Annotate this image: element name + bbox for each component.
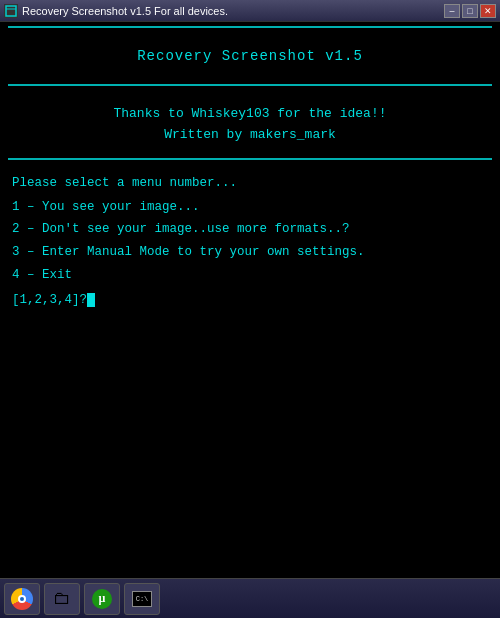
menu-label-3: Enter Manual Mode to try your own settin…	[42, 245, 365, 259]
header-area: Recovery Screenshot v1.5	[8, 36, 492, 76]
cursor	[87, 293, 95, 307]
chrome-inner	[18, 595, 26, 603]
menu-item-3: 3 – Enter Manual Mode to try your own se…	[12, 243, 488, 262]
close-button[interactable]: ✕	[480, 4, 496, 18]
window-controls: – □ ✕	[444, 4, 496, 18]
taskbar: 🗀 µ C:\	[0, 578, 500, 618]
menu-item-1: 1 – You see your image...	[12, 198, 488, 217]
app-icon	[4, 4, 18, 18]
taskbar-cmd[interactable]: C:\	[124, 583, 160, 615]
thanks-area: Thanks to Whiskey103 for the idea!! Writ…	[8, 94, 492, 158]
minimize-button[interactable]: –	[444, 4, 460, 18]
menu-item-4: 4 – Exit	[12, 266, 488, 285]
folder-icon: 🗀	[53, 588, 71, 609]
taskbar-chrome[interactable]	[4, 583, 40, 615]
menu-label-4: Exit	[42, 268, 72, 282]
mid-border	[8, 84, 492, 86]
chrome-icon	[11, 588, 33, 610]
bottom-border	[8, 158, 492, 160]
thanks-line-1: Thanks to Whiskey103 for the idea!!	[8, 104, 492, 125]
menu-key-3: 3 –	[12, 245, 42, 259]
maximize-button[interactable]: □	[462, 4, 478, 18]
menu-prompt: Please select a menu number...	[12, 176, 488, 190]
menu-item-2: 2 – Don't see your image..use more forma…	[12, 220, 488, 239]
svg-rect-0	[6, 6, 16, 16]
menu-key-1: 1 –	[12, 200, 42, 214]
menu-key-2: 2 –	[12, 222, 42, 236]
window-title: Recovery Screenshot v1.5 For all devices…	[22, 5, 228, 17]
terminal-inner: Recovery Screenshot v1.5 Thanks to Whisk…	[0, 22, 500, 578]
header-title: Recovery Screenshot v1.5	[8, 48, 492, 64]
top-border	[8, 26, 492, 28]
taskbar-explorer[interactable]: 🗀	[44, 583, 80, 615]
utorrent-icon: µ	[92, 589, 112, 609]
menu-input-line[interactable]: [1,2,3,4]?	[12, 293, 488, 307]
menu-label-1: You see your image...	[42, 200, 200, 214]
menu-label-2: Don't see your image..use more formats..…	[42, 222, 350, 236]
thanks-line-2: Written by makers_mark	[8, 125, 492, 146]
cmd-icon: C:\	[132, 591, 152, 607]
title-bar: Recovery Screenshot v1.5 For all devices…	[0, 0, 500, 22]
input-prompt: [1,2,3,4]?	[12, 293, 87, 307]
title-bar-left: Recovery Screenshot v1.5 For all devices…	[4, 4, 228, 18]
terminal-window: Recovery Screenshot v1.5 Thanks to Whisk…	[0, 22, 500, 578]
menu-content: Please select a menu number... 1 – You s…	[8, 170, 492, 307]
taskbar-utorrent[interactable]: µ	[84, 583, 120, 615]
menu-key-4: 4 –	[12, 268, 42, 282]
